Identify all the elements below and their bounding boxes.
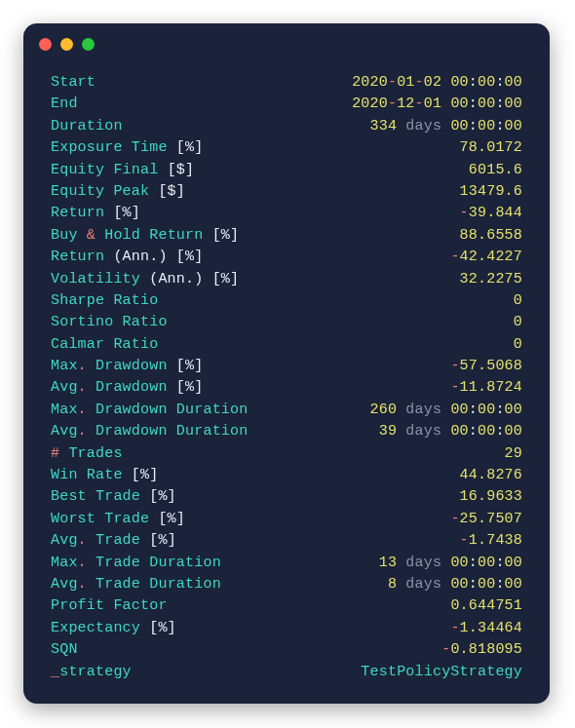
stat-value: -0.818095 [441,639,522,661]
stat-value: 13479.6 [460,181,522,203]
stat-row: Equity Final [$]6015.6 [51,160,522,181]
stat-value: 88.6558 [460,225,522,247]
stat-value: 13 days 00:00:00 [379,553,522,574]
stat-label: Avg. Trade Duration [51,574,221,595]
stat-label: Equity Final [$] [51,160,194,181]
stat-label: End [51,94,78,115]
stat-value: -25.7507 [450,509,522,530]
stat-row: Start2020-01-02 00:00:00 [51,72,522,94]
stat-row: Volatility (Ann.) [%]32.2275 [51,269,522,290]
stat-value: 6015.6 [469,160,522,181]
stat-row: Max. Drawdown Duration260 days 00:00:00 [51,400,522,421]
stat-label: Worst Trade [%] [51,509,185,530]
stat-value: 16.9633 [460,486,522,508]
titlebar [23,23,550,64]
stat-value: 260 days 00:00:00 [370,400,522,421]
stat-value: 2020-01-02 00:00:00 [352,72,522,94]
stat-label: Calmar Ratio [51,334,158,356]
stat-label: # Trades [51,443,123,465]
stat-row: Profit Factor0.644751 [51,595,522,617]
stat-value: -1.34464 [450,618,522,639]
stat-label: _strategy [51,662,132,683]
close-icon[interactable] [39,38,52,51]
stat-value: 29 [505,443,522,465]
stat-row: _strategyTestPolicyStrategy [51,662,522,683]
stat-row: Avg. Drawdown [%]-11.8724 [51,377,522,399]
stat-row: Win Rate [%]44.8276 [51,465,522,486]
terminal-window: Start2020-01-02 00:00:00End2020-12-01 00… [23,23,550,704]
stat-value: 334 days 00:00:00 [370,116,522,137]
stat-value: -1.7438 [460,530,522,552]
stat-value: 32.2275 [460,269,522,290]
stat-label: Profit Factor [51,595,168,617]
minimize-icon[interactable] [60,38,73,51]
stat-value: 44.8276 [460,465,522,486]
stat-label: Win Rate [%] [51,465,158,486]
stat-label: SQN [51,639,78,661]
stat-label: Duration [51,116,123,137]
stat-value: 39 days 00:00:00 [379,421,522,442]
stat-row: Sharpe Ratio0 [51,290,522,312]
stat-label: Max. Drawdown [%] [51,356,203,377]
stat-row: Best Trade [%]16.9633 [51,486,522,508]
stat-row: # Trades29 [51,443,522,465]
stat-row: Duration334 days 00:00:00 [51,116,522,137]
stat-row: Avg. Trade Duration8 days 00:00:00 [51,574,522,595]
stat-value: -57.5068 [450,356,522,377]
stat-label: Max. Drawdown Duration [51,400,248,421]
stat-row: Equity Peak [$]13479.6 [51,181,522,203]
stat-label: Return [%] [51,203,140,224]
stat-label: Return (Ann.) [%] [51,247,203,268]
zoom-icon[interactable] [82,38,95,51]
stat-row: Return (Ann.) [%]-42.4227 [51,247,522,268]
stat-row: Avg. Drawdown Duration39 days 00:00:00 [51,421,522,442]
stat-label: Max. Trade Duration [51,553,221,574]
stat-label: Avg. Drawdown Duration [51,421,248,442]
stat-label: Sortino Ratio [51,312,168,333]
stat-label: Volatility (Ann.) [%] [51,269,239,290]
stat-label: Equity Peak [$] [51,181,185,203]
stat-value: 8 days 00:00:00 [388,574,522,595]
stat-value: 2020-12-01 00:00:00 [352,94,522,115]
stat-label: Avg. Trade [%] [51,530,176,552]
stat-value: 0.644751 [450,595,522,617]
stat-value: -42.4227 [450,247,522,268]
stat-label: Sharpe Ratio [51,290,158,312]
stat-value: 0 [514,290,522,312]
stat-value: -11.8724 [450,377,522,399]
stat-row: Calmar Ratio0 [51,334,522,356]
stat-value: TestPolicyStrategy [361,662,522,683]
stat-row: Max. Drawdown [%]-57.5068 [51,356,522,377]
stat-label: Buy & Hold Return [%] [51,225,239,247]
stat-row: Exposure Time [%]78.0172 [51,137,522,159]
stat-label: Exposure Time [%] [51,137,203,159]
terminal-output: Start2020-01-02 00:00:00End2020-12-01 00… [23,64,550,701]
stat-row: Worst Trade [%]-25.7507 [51,509,522,530]
stat-row: SQN-0.818095 [51,639,522,661]
stat-row: Avg. Trade [%]-1.7438 [51,530,522,552]
stat-label: Avg. Drawdown [%] [51,377,203,399]
stat-value: 0 [514,334,522,356]
stat-row: Sortino Ratio0 [51,312,522,333]
stat-row: Expectancy [%]-1.34464 [51,618,522,639]
stat-row: End2020-12-01 00:00:00 [51,94,522,115]
stat-label: Best Trade [%] [51,486,176,508]
stat-row: Max. Trade Duration13 days 00:00:00 [51,553,522,574]
stat-label: Expectancy [%] [51,618,176,639]
stat-row: Buy & Hold Return [%]88.6558 [51,225,522,247]
stat-value: -39.844 [460,203,522,224]
stat-value: 78.0172 [460,137,522,159]
stat-label: Start [51,72,96,94]
stat-row: Return [%]-39.844 [51,203,522,224]
stat-value: 0 [514,312,522,333]
